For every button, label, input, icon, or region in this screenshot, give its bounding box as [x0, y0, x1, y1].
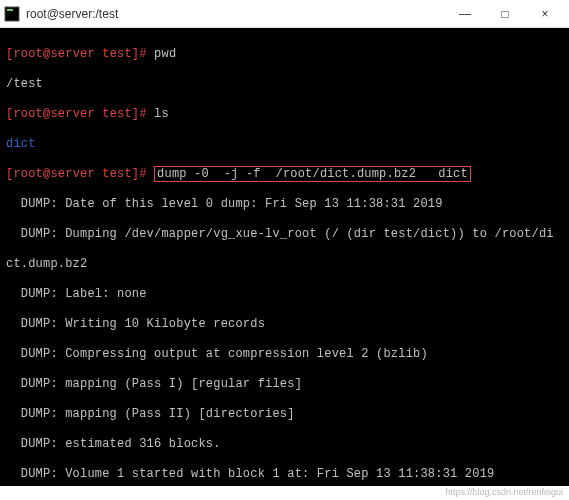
- output-line: DUMP: Date of this level 0 dump: Fri Sep…: [6, 197, 563, 212]
- window-title: root@server:/test: [26, 7, 445, 21]
- ls-output: dict: [6, 137, 563, 152]
- command-text: ls: [154, 107, 169, 121]
- output-line: ct.dump.bz2: [6, 257, 563, 272]
- watermark-text: https://blog.csdn.net/renfeigui: [0, 486, 569, 500]
- window-close-button[interactable]: ×: [525, 0, 565, 28]
- output-line: DUMP: mapping (Pass I) [regular files]: [6, 377, 563, 392]
- app-icon: [4, 6, 20, 22]
- output-line: DUMP: estimated 316 blocks.: [6, 437, 563, 452]
- output-line: DUMP: Writing 10 Kilobyte records: [6, 317, 563, 332]
- output-line: DUMP: Volume 1 started with block 1 at: …: [6, 467, 563, 482]
- terminal[interactable]: [root@server test]# pwd /test [root@serv…: [0, 28, 569, 486]
- svg-rect-1: [7, 9, 13, 11]
- command-text: pwd: [154, 47, 176, 61]
- prompt-line: [root@server test]# pwd: [6, 47, 563, 62]
- highlighted-command: dump -0 -j -f /root/dict.dump.bz2 dict: [154, 166, 471, 182]
- output-line: DUMP: Label: none: [6, 287, 563, 302]
- output-line: DUMP: mapping (Pass II) [directories]: [6, 407, 563, 422]
- window-minimize-button[interactable]: —: [445, 0, 485, 28]
- window-maximize-button[interactable]: □: [485, 0, 525, 28]
- output-line: DUMP: Dumping /dev/mapper/vg_xue-lv_root…: [6, 227, 563, 242]
- prompt-line: [root@server test]# ls: [6, 107, 563, 122]
- prompt-line: [root@server test]# dump -0 -j -f /root/…: [6, 167, 563, 182]
- output-line: /test: [6, 77, 563, 92]
- output-line: DUMP: Compressing output at compression …: [6, 347, 563, 362]
- window-titlebar: root@server:/test — □ ×: [0, 0, 569, 28]
